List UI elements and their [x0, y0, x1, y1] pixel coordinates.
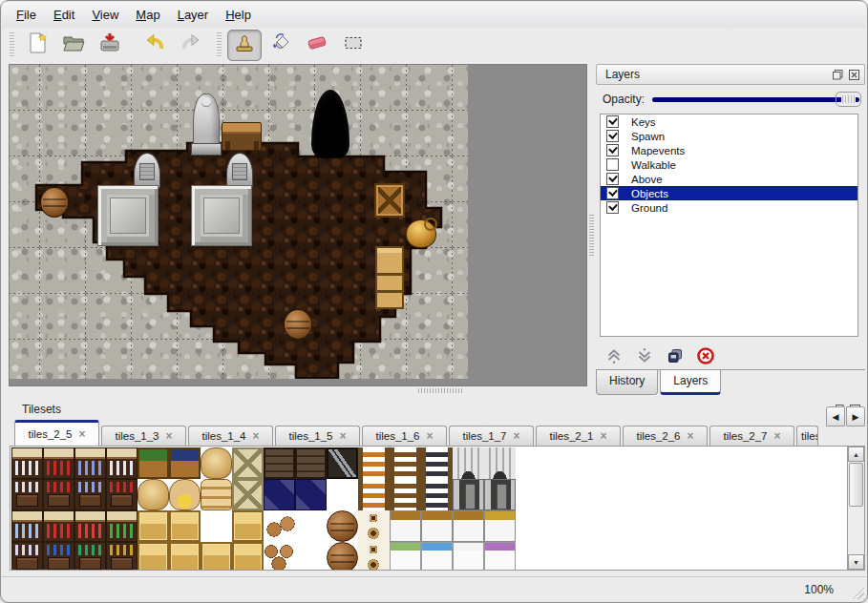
menu-view[interactable]: View: [83, 5, 127, 25]
close-tab-icon[interactable]: ×: [427, 430, 434, 442]
opacity-slider[interactable]: [650, 91, 861, 108]
tile-bedbody[interactable]: [421, 542, 453, 570]
menu-edit[interactable]: Edit: [45, 5, 83, 25]
lower-layer-button[interactable]: [632, 344, 656, 368]
tile-doorway[interactable]: [453, 479, 484, 510]
close-tab-icon[interactable]: ×: [253, 430, 260, 442]
tile-ladder[interactable]: [390, 447, 421, 479]
menu-help[interactable]: Help: [217, 5, 260, 25]
close-tab-icon[interactable]: ×: [79, 428, 86, 440]
tile-shelf[interactable]: [106, 510, 138, 542]
tile-crate[interactable]: [169, 510, 201, 542]
tile-bedhead[interactable]: [484, 510, 516, 542]
tile-cratedark[interactable]: [295, 447, 327, 479]
scrollbar-thumb[interactable]: [849, 463, 863, 507]
splitter-grip[interactable]: [589, 215, 594, 257]
menu-map[interactable]: Map: [127, 5, 168, 25]
layer-visibility-checkbox[interactable]: [606, 158, 619, 171]
layer-row-above[interactable]: Above: [601, 172, 857, 186]
tab-scroll-right-button[interactable]: ▶: [846, 406, 865, 426]
tile-shelf[interactable]: [43, 510, 74, 542]
opacity-slider-track[interactable]: [652, 97, 859, 102]
delete-layer-button[interactable]: [693, 344, 717, 368]
tile-shelfdrawer[interactable]: [106, 542, 138, 570]
tile-cratetop[interactable]: [169, 447, 201, 479]
tile-ladder[interactable]: [390, 479, 421, 510]
tile-sack[interactable]: [138, 479, 169, 510]
menu-layer[interactable]: Layer: [169, 5, 218, 25]
tilesets-panel-header[interactable]: Tilesets: [9, 400, 865, 419]
tile-sackpile[interactable]: [201, 479, 232, 510]
tile-shelfdrawer[interactable]: [11, 479, 43, 510]
tile-pots[interactable]: [358, 510, 390, 542]
tile-shelfdrawer[interactable]: [11, 542, 43, 570]
tile-bedbody[interactable]: [453, 542, 484, 570]
close-tab-icon[interactable]: ×: [166, 430, 173, 442]
tile-ladder[interactable]: [421, 447, 453, 479]
float-panel-icon[interactable]: [832, 69, 844, 81]
tile-crate[interactable]: [169, 542, 201, 570]
tile-shelfdrawer[interactable]: [43, 479, 74, 510]
tile-bedbody[interactable]: [390, 542, 421, 570]
layer-visibility-checkbox[interactable]: [606, 144, 619, 156]
layer-row-objects[interactable]: Objects: [601, 186, 857, 200]
tile-bedhead[interactable]: [453, 510, 484, 542]
tile-barrel[interactable]: [327, 542, 358, 570]
tile-navy[interactable]: [295, 479, 327, 510]
tile-crate[interactable]: [138, 542, 169, 570]
tile-shelfdrawer[interactable]: [74, 479, 106, 510]
splitter-grip[interactable]: [418, 388, 462, 393]
layer-row-mapevents[interactable]: Mapevents: [601, 143, 857, 157]
layer-row-keys[interactable]: Keys: [601, 114, 857, 129]
tileset-tab-tiles_1_6[interactable]: tiles_1_6×: [362, 426, 447, 446]
raise-layer-button[interactable]: [602, 344, 625, 368]
opacity-slider-handle[interactable]: [836, 92, 861, 107]
close-panel-icon[interactable]: [848, 69, 860, 81]
scroll-up-button[interactable]: ▲: [848, 447, 864, 462]
tile-crate[interactable]: [201, 542, 232, 570]
duplicate-layer-button[interactable]: [663, 344, 687, 368]
tile-bedhead[interactable]: [390, 510, 421, 542]
resize-grip[interactable]: [848, 583, 864, 599]
select-tool-button[interactable]: [336, 30, 370, 61]
tile-barrel[interactable]: [327, 510, 358, 542]
map-canvas[interactable]: [10, 65, 468, 379]
tab-history[interactable]: History: [596, 370, 658, 395]
layer-row-spawn[interactable]: Spawn: [601, 129, 857, 143]
tab-layers[interactable]: Layers: [660, 370, 721, 395]
close-tab-icon[interactable]: ×: [688, 430, 694, 442]
tileset-scrollbar[interactable]: ▲ ▼: [847, 447, 864, 570]
tile-shelfdrawer[interactable]: [74, 542, 106, 570]
tile-arch[interactable]: [453, 447, 484, 479]
tile-bedbody[interactable]: [484, 542, 516, 570]
fill-tool-button[interactable]: [264, 30, 298, 61]
tile-shelf[interactable]: [74, 447, 106, 479]
tileset-tab-tiles[interactable]: tiles_: [796, 426, 818, 446]
tile-crate[interactable]: [232, 510, 264, 542]
tile-arch[interactable]: [484, 447, 516, 479]
close-tab-icon[interactable]: ×: [514, 430, 520, 442]
tile-barrelduo[interactable]: [264, 510, 295, 542]
tile-pots[interactable]: [358, 542, 390, 570]
tile-crate[interactable]: [232, 542, 264, 570]
menu-file[interactable]: File: [8, 5, 45, 25]
tile-shelf[interactable]: [11, 447, 43, 479]
tile-cratex[interactable]: [232, 447, 264, 479]
tile-shelfdrawer[interactable]: [43, 542, 74, 570]
tile-cratedark[interactable]: [264, 447, 295, 479]
save-file-button[interactable]: [93, 30, 127, 61]
tile-shelf[interactable]: [11, 510, 43, 542]
tileset-tab-tiles_1_4[interactable]: tiles_1_4×: [188, 426, 273, 446]
tileset-tab-tiles_2_5[interactable]: tiles_2_5×: [14, 420, 99, 446]
stamp-tool-button[interactable]: [227, 30, 262, 61]
tile-doorway[interactable]: [484, 479, 516, 510]
layer-visibility-checkbox[interactable]: [606, 130, 619, 142]
tileset-grid[interactable]: [11, 447, 848, 570]
undo-button[interactable]: [138, 30, 172, 61]
layer-visibility-checkbox[interactable]: [606, 187, 619, 199]
tile-sack[interactable]: [201, 447, 232, 479]
tileset-tab-tiles_1_7[interactable]: tiles_1_7×: [449, 426, 534, 446]
tile-bedhead[interactable]: [421, 510, 453, 542]
close-tab-icon[interactable]: ×: [340, 430, 347, 442]
open-file-button[interactable]: [56, 30, 91, 61]
